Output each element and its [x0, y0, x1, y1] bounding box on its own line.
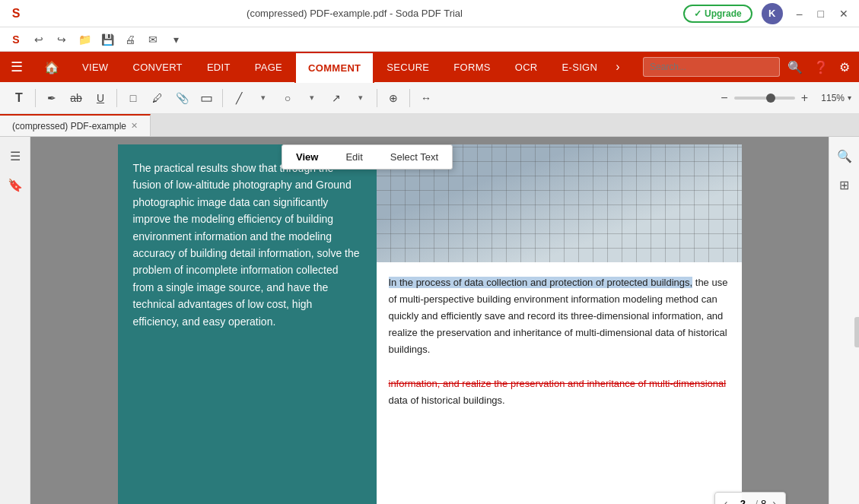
print-button[interactable]: 🖨	[120, 30, 140, 49]
help-button[interactable]: ❓	[810, 57, 832, 78]
menu-bar: ☰ 🏠 VIEW CONVERT EDIT PAGE COMMENT SECUR…	[0, 52, 859, 82]
right-sidebar: 🔍 ⊞	[829, 137, 859, 504]
settings-button[interactable]: ⚙	[836, 57, 853, 78]
arrow-dropdown[interactable]: ▾	[349, 87, 372, 109]
ellipse-dropdown[interactable]: ▾	[301, 87, 323, 109]
pdf-area: View Edit Select Text The practical resu…	[30, 137, 829, 504]
menu-convert[interactable]: CONVERT	[120, 52, 194, 82]
sidebar-resize-handle[interactable]	[854, 317, 859, 347]
pdf-right-text-normal: the use of multi-perspective building en…	[389, 277, 728, 355]
zoom-value: 115%	[814, 93, 845, 103]
context-menu: View Edit Select Text	[282, 144, 453, 170]
main-area: ☰ 🔖 View Edit Select Text The practical …	[0, 137, 859, 504]
prev-page-button[interactable]: ‹	[721, 496, 731, 504]
redo-button[interactable]: ↪	[52, 30, 72, 49]
save-button[interactable]: 💾	[97, 30, 117, 49]
menu-page[interactable]: PAGE	[243, 52, 294, 82]
menu-secure[interactable]: SECURE	[374, 52, 441, 82]
menu-edit[interactable]: EDIT	[195, 52, 243, 82]
hamburger-menu[interactable]: ☰	[0, 52, 33, 82]
sep3	[222, 89, 223, 107]
avatar-label: K	[768, 8, 775, 19]
tab-close[interactable]: ✕	[131, 121, 138, 131]
pdf-page: The practical results show that through …	[118, 144, 742, 504]
close-button[interactable]: ✕	[835, 6, 853, 21]
next-page-button[interactable]: ›	[769, 496, 779, 504]
tab-bar: (compressed) PDF-example ✕	[0, 114, 859, 137]
undo-button[interactable]: ↩	[29, 30, 49, 49]
title-bar: S (compressed) PDF-example.pdf - Soda PD…	[0, 0, 859, 27]
menu-search-area: 🔍 ❓ ⚙	[643, 52, 859, 82]
line-dropdown[interactable]: ▾	[252, 87, 275, 109]
tab-label: (compressed) PDF-example	[12, 121, 126, 132]
menu-search-input[interactable]	[643, 57, 780, 77]
arrow-tool[interactable]: ↗	[325, 87, 348, 109]
ctx-select-text[interactable]: Select Text	[377, 145, 452, 169]
left-sidebar: ☰ 🔖	[0, 137, 30, 504]
ellipse-tool[interactable]: ○	[276, 87, 299, 109]
highlight-tool[interactable]: 🖊	[146, 87, 169, 109]
pdf-right-column: In the process of data collection and pr…	[377, 144, 742, 504]
zoom-slider[interactable]	[734, 97, 795, 100]
user-avatar[interactable]: K	[762, 3, 783, 24]
upgrade-label: Upgrade	[705, 8, 742, 19]
pdf-right-paragraph: In the process of data collection and pr…	[389, 274, 730, 358]
pdf-after-text: data of historical buildings.	[389, 395, 505, 406]
ctx-edit[interactable]: Edit	[332, 145, 376, 169]
title-bar-right: Upgrade K – □ ✕	[683, 3, 853, 24]
window-title: (compressed) PDF-example.pdf - Soda PDF …	[26, 8, 683, 19]
menu-comment[interactable]: COMMENT	[294, 52, 374, 83]
title-bar-left: S	[6, 4, 26, 24]
pen-tool[interactable]: ✒	[40, 87, 63, 109]
zoom-dropdown[interactable]: ▾	[848, 94, 851, 102]
note-tool[interactable]: □	[122, 87, 145, 109]
menu-ocr[interactable]: OCR	[503, 52, 550, 82]
annotation-toolbar: T ✒ ab U □ 🖊 📎 ▭ ╱ ▾ ○ ▾ ↗ ▾ ⊕ ↔ − + 115…	[0, 82, 859, 114]
sep5	[409, 89, 410, 107]
app-logo[interactable]: S	[6, 4, 26, 24]
menu-forms[interactable]: FORMS	[441, 52, 502, 82]
cursor-tool[interactable]: ⊕	[382, 87, 405, 109]
menu-esign[interactable]: E-SIGN	[550, 52, 610, 82]
open-button[interactable]: 📁	[75, 30, 94, 49]
zoom-out-button[interactable]: −	[717, 88, 730, 108]
sep1	[35, 89, 36, 107]
resize-tool[interactable]: ↔	[415, 87, 437, 109]
file-icon-toolbar: S ↩ ↪ 📁 💾 🖨 ✉ ▾	[0, 27, 859, 52]
page-number-input[interactable]	[733, 498, 752, 505]
more-icon[interactable]: ▾	[166, 30, 186, 49]
text-tool[interactable]: T	[8, 87, 30, 109]
email-button[interactable]: ✉	[143, 30, 163, 49]
strikethrough-tool[interactable]: ab	[65, 87, 87, 109]
highlighted-text: In the process of data collection and pr…	[389, 277, 693, 288]
strikethrough-text: information, and realize the preservatio…	[389, 378, 727, 389]
pdf-text-area: In the process of data collection and pr…	[377, 262, 742, 421]
title-text: (compressed) PDF-example.pdf - Soda PDF …	[247, 8, 463, 19]
sep2	[116, 89, 117, 107]
menu-more[interactable]: ›	[609, 52, 625, 82]
right-panel-icon[interactable]: ⊞	[833, 173, 856, 196]
stamp-tool[interactable]: ▭	[195, 87, 218, 109]
minimize-button[interactable]: –	[792, 6, 807, 21]
restore-button[interactable]: □	[813, 6, 829, 21]
menu-view[interactable]: VIEW	[70, 52, 120, 82]
zoom-area: − + 115% ▾	[717, 88, 851, 108]
app-icon-s[interactable]: S	[6, 30, 26, 49]
pdf-left-text: The practical results show that through …	[133, 160, 361, 330]
underline-tool[interactable]: U	[89, 87, 112, 109]
attachment-tool[interactable]: 📎	[170, 87, 193, 109]
ctx-view[interactable]: View	[282, 145, 332, 169]
zoom-slider-thumb	[766, 94, 775, 103]
sidebar-bookmark-icon[interactable]: 🔖	[4, 173, 27, 196]
line-tool[interactable]: ╱	[227, 87, 250, 109]
sep4	[377, 89, 377, 107]
sidebar-panel-toggle[interactable]: ☰	[4, 144, 27, 167]
right-search-icon[interactable]: 🔍	[833, 144, 856, 167]
search-icon-button[interactable]: 🔍	[784, 57, 806, 78]
upgrade-button[interactable]: Upgrade	[683, 5, 752, 23]
page-total: 8	[761, 498, 766, 505]
pdf-tab[interactable]: (compressed) PDF-example ✕	[0, 114, 151, 136]
zoom-in-button[interactable]: +	[798, 88, 811, 108]
page-navigation: ‹ / 8 ›	[714, 492, 786, 504]
home-button[interactable]: 🏠	[33, 52, 70, 82]
